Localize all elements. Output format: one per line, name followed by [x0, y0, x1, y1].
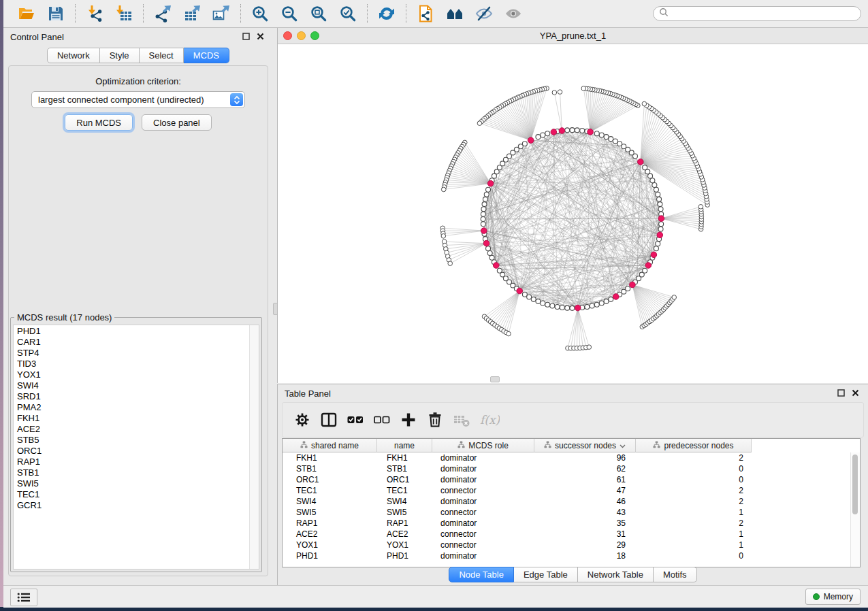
- import-table-icon[interactable]: [115, 5, 133, 22]
- table-cell: TEC1: [283, 485, 377, 496]
- control-panel-title: Control Panel: [10, 32, 64, 42]
- optimization-criterion-select[interactable]: largest connected component (undirected): [31, 91, 245, 108]
- zoom-window-traffic-light[interactable]: [310, 31, 319, 40]
- search-input[interactable]: [672, 8, 855, 19]
- column-header-name[interactable]: name: [377, 439, 432, 452]
- table-scrollbar-thumb[interactable]: [852, 455, 858, 514]
- split-panel-icon[interactable]: [320, 411, 338, 429]
- table-scrollbar[interactable]: [850, 452, 860, 567]
- share-document-icon[interactable]: [417, 5, 434, 22]
- panel-selector-button[interactable]: [10, 589, 37, 606]
- tab-network-table[interactable]: Network Table: [578, 567, 654, 582]
- table-cell: TEC1: [377, 485, 432, 496]
- mcds-result-item[interactable]: STP4: [14, 348, 249, 359]
- float-table-panel-icon[interactable]: [837, 389, 846, 397]
- tab-network[interactable]: Network: [47, 48, 100, 63]
- add-column-icon[interactable]: [400, 411, 417, 429]
- mcds-tab-content: Optimization criterion: largest connecte…: [8, 65, 268, 576]
- close-panel-button[interactable]: Close panel: [142, 114, 212, 131]
- network-graph[interactable]: [278, 44, 868, 383]
- memory-button[interactable]: Memory: [805, 589, 861, 605]
- mcds-result-item[interactable]: PHD1: [14, 326, 249, 337]
- close-table-panel-icon[interactable]: [852, 389, 860, 397]
- table-cell: ORC1: [283, 474, 377, 485]
- apply-layout-icon[interactable]: [378, 5, 396, 22]
- table-row[interactable]: PHD1PHD1dominator180: [283, 550, 850, 561]
- export-network-icon[interactable]: [154, 5, 172, 22]
- table-cell: YOX1: [283, 540, 377, 550]
- mcds-result-item[interactable]: TEC1: [14, 489, 249, 500]
- table-cell: YOX1: [377, 540, 432, 550]
- mcds-result-item[interactable]: STB5: [14, 435, 249, 446]
- zoom-out-icon[interactable]: [280, 5, 298, 22]
- network-canvas[interactable]: [278, 44, 868, 383]
- column-header-predecessor-nodes[interactable]: predecessor nodes: [636, 439, 752, 452]
- table-cell: connector: [432, 485, 534, 496]
- optimization-criterion-label: Optimization criterion:: [9, 76, 268, 86]
- table-row[interactable]: SWI5SWI5connector431: [283, 507, 850, 518]
- shared-column-icon: [457, 441, 465, 450]
- export-image-icon[interactable]: [212, 5, 230, 22]
- mcds-result-item[interactable]: RAP1: [14, 457, 249, 467]
- export-table-icon[interactable]: [183, 5, 201, 22]
- import-network-icon[interactable]: [86, 5, 103, 22]
- mcds-result-item[interactable]: ACE2: [14, 424, 249, 435]
- open-session-icon[interactable]: [18, 5, 35, 22]
- save-session-icon[interactable]: [47, 5, 65, 22]
- tab-motifs[interactable]: Motifs: [654, 567, 697, 582]
- table-cell: dominator: [432, 550, 534, 561]
- column-header-shared-name[interactable]: shared name: [283, 439, 377, 452]
- mcds-result-item[interactable]: CAR1: [14, 337, 249, 348]
- table-cell: ACE2: [377, 529, 432, 540]
- mcds-result-item[interactable]: ORC1: [14, 446, 249, 457]
- mcds-result-item[interactable]: GCR1: [14, 500, 249, 511]
- list-icon: [17, 592, 31, 603]
- column-header-successor-nodes[interactable]: successor nodes: [534, 439, 636, 452]
- deselect-all-icon[interactable]: [373, 411, 391, 429]
- tab-style[interactable]: Style: [100, 48, 140, 63]
- mcds-result-item[interactable]: SWI5: [14, 478, 249, 489]
- table-row[interactable]: SWI4SWI4dominator462: [283, 496, 850, 507]
- mcds-result-item[interactable]: FKH1: [14, 413, 249, 424]
- table-row[interactable]: ACE2ACE2connector311: [283, 529, 850, 540]
- minimize-window-traffic-light[interactable]: [297, 31, 306, 40]
- column-header-MCDS-role[interactable]: MCDS role: [432, 439, 534, 452]
- zoom-selected-icon[interactable]: [339, 5, 357, 22]
- run-mcds-button[interactable]: Run MCDS: [65, 114, 133, 131]
- status-bar: Memory: [3, 585, 868, 608]
- table-cell: dominator: [432, 496, 534, 507]
- mcds-list-scrollbar[interactable]: [249, 325, 259, 569]
- horizontal-splitter-handle[interactable]: [490, 376, 500, 382]
- delete-column-icon[interactable]: [426, 411, 444, 429]
- mcds-result-item[interactable]: YOX1: [14, 369, 249, 380]
- mcds-result-item[interactable]: PMA2: [14, 402, 249, 413]
- settings-gear-icon[interactable]: [293, 411, 311, 429]
- zoom-fit-icon[interactable]: [310, 5, 327, 22]
- tab-edge-table[interactable]: Edge Table: [514, 567, 578, 582]
- mcds-result-item[interactable]: SWI4: [14, 380, 249, 391]
- search-network-icon[interactable]: [446, 5, 464, 22]
- table-row[interactable]: TEC1TEC1connector472: [283, 485, 850, 496]
- mcds-result-item[interactable]: STB1: [14, 467, 249, 478]
- table-cell: STB1: [283, 463, 377, 474]
- node-table: shared namenameMCDS rolesuccessor nodesp…: [282, 438, 861, 567]
- search-box[interactable]: [653, 6, 861, 21]
- tab-select[interactable]: Select: [140, 48, 184, 63]
- table-cell: connector: [432, 507, 534, 518]
- select-all-icon[interactable]: [347, 411, 364, 429]
- table-row[interactable]: RAP1RAP1dominator352: [283, 518, 850, 529]
- mcds-result-item[interactable]: SRD1: [14, 391, 249, 402]
- close-panel-icon[interactable]: [257, 33, 265, 41]
- close-window-traffic-light[interactable]: [283, 31, 292, 40]
- zoom-in-icon[interactable]: [251, 5, 269, 22]
- tab-node-table[interactable]: Node Table: [449, 567, 514, 582]
- mcds-result-item[interactable]: TID3: [14, 359, 249, 369]
- show-graphics-details-icon[interactable]: [504, 5, 522, 22]
- table-row[interactable]: YOX1YOX1connector291: [283, 540, 850, 550]
- table-row[interactable]: ORC1ORC1dominator610: [283, 474, 850, 485]
- table-row[interactable]: STB1STB1dominator620: [283, 463, 850, 474]
- hide-graphics-details-icon[interactable]: [475, 5, 493, 22]
- float-panel-icon[interactable]: [242, 33, 251, 41]
- table-row[interactable]: FKH1FKH1dominator962: [283, 452, 850, 463]
- tab-mcds[interactable]: MCDS: [184, 48, 229, 63]
